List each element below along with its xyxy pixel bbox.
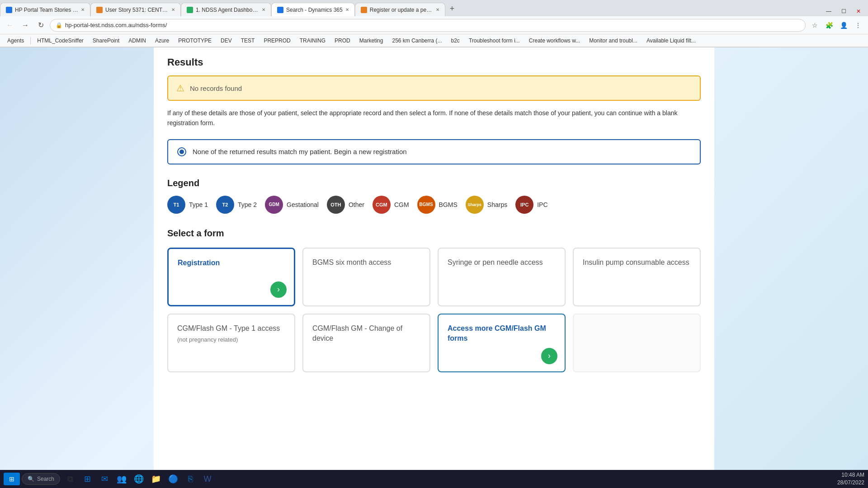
- tab-close-5[interactable]: ✕: [436, 7, 439, 12]
- form-cards-grid-bottom: CGM/Flash GM - Type 1 access (not pregna…: [167, 314, 701, 372]
- taskbar-app-word[interactable]: W: [199, 471, 216, 477]
- results-heading: Results: [167, 56, 701, 68]
- taskbar-app-teams[interactable]: 👥: [113, 471, 130, 477]
- address-bar[interactable]: 🔒 hp-portal-test.ndss.com.au/ndss-forms/: [50, 19, 806, 32]
- tab-close-2[interactable]: ✕: [171, 7, 175, 12]
- legend-items: T1 Type 1 T2 Type 2 GDM Gestational OTH: [167, 196, 701, 214]
- bookmark-create-workflows[interactable]: Create workflows w...: [525, 37, 584, 45]
- bookmark-liquid[interactable]: Available Liquid filt...: [643, 37, 699, 45]
- explorer-icon: 📁: [151, 474, 161, 477]
- tab-ndss-dashboard[interactable]: 1. NDSS Agent Dashboard - Dyn... ✕: [181, 3, 271, 16]
- form-card-bgms[interactable]: BGMS six month access: [302, 248, 430, 306]
- legend-label-ipc: IPC: [537, 201, 547, 208]
- form-card-cgm-change[interactable]: CGM/Flash GM - Change of device: [302, 314, 430, 372]
- bookmark-agents[interactable]: Agents: [4, 37, 28, 45]
- form-card-cgm-type1-subtitle: (not pregnancy related): [177, 336, 285, 343]
- bookmark-sharepoint[interactable]: SharePoint: [89, 37, 123, 45]
- legend-badge-t2: T2: [216, 196, 234, 214]
- bookmark-preprod[interactable]: PREPROD: [260, 37, 294, 45]
- form-cards-grid: Registration › BGMS six month access Syr…: [167, 248, 701, 306]
- tab-register-person[interactable]: Register or update a person wit... ✕: [355, 3, 445, 16]
- legend-item-bgms: BGMS BGMS: [417, 196, 458, 214]
- profile-button[interactable]: 👤: [837, 19, 850, 32]
- legend-label-bgms: BGMS: [439, 201, 458, 208]
- bookmark-training[interactable]: TRAINING: [296, 37, 329, 45]
- maximize-button[interactable]: ☐: [838, 6, 850, 16]
- browser-chrome: HP Portal Team Stories Board - B... ✕ Us…: [0, 0, 868, 47]
- taskbar-clock[interactable]: 10:48 AM 28/07/2022: [837, 471, 864, 477]
- legend-label-other: Other: [349, 201, 364, 208]
- form-card-cgm-type1[interactable]: CGM/Flash GM - Type 1 access (not pregna…: [167, 314, 295, 372]
- form-card-cgm-more[interactable]: Access more CGM/Flash GM forms ›: [438, 314, 566, 372]
- page-content: Results ⚠ No records found If any of the…: [154, 47, 714, 477]
- bookmark-test[interactable]: TEST: [237, 37, 259, 45]
- taskbar-app-edge[interactable]: 🌐: [131, 471, 147, 477]
- bookmarks-bar: Agents HTML_CodeSniffer SharePoint ADMIN…: [0, 34, 868, 47]
- bookmark-admin[interactable]: ADMIN: [125, 37, 150, 45]
- form-card-syringe[interactable]: Syringe or pen needle access: [438, 248, 566, 306]
- legend-badge-bgms: BGMS: [417, 196, 435, 214]
- bookmark-azure[interactable]: Azure: [151, 37, 173, 45]
- bookmark-b2c[interactable]: b2c: [448, 37, 463, 45]
- radio-option-new-registration[interactable]: None of the returned results match my pa…: [167, 139, 701, 164]
- taskbar-app-outlook[interactable]: ✉: [96, 471, 113, 477]
- legend-badge-gdm: GDM: [265, 196, 283, 214]
- bookmark-troubleshoot[interactable]: Troubleshoot form i...: [465, 37, 524, 45]
- taskbar-search[interactable]: 🔍 Search: [22, 473, 60, 477]
- bookmark-dev[interactable]: DEV: [217, 37, 236, 45]
- close-button[interactable]: ✕: [853, 6, 864, 16]
- bookmark-256km[interactable]: 256 km Canberra (...: [388, 37, 445, 45]
- lock-icon: 🔒: [56, 22, 62, 28]
- bookmark-prod[interactable]: PROD: [331, 37, 354, 45]
- minimize-button[interactable]: —: [822, 6, 835, 16]
- word-icon: W: [204, 474, 212, 477]
- select-form-heading: Select a form: [167, 228, 701, 239]
- tab-favicon-2: [96, 7, 103, 13]
- forward-button[interactable]: →: [19, 19, 32, 32]
- extensions-button[interactable]: 🧩: [823, 19, 835, 32]
- tab-label-5: Register or update a person wit...: [370, 7, 433, 13]
- legend-code-cgm: CGM: [376, 202, 387, 207]
- form-card-bgms-title: BGMS six month access: [312, 258, 420, 267]
- taskbar-app-windows[interactable]: ⊞: [79, 471, 95, 477]
- edge-icon: 🌐: [134, 474, 144, 477]
- legend-code-t1: T1: [174, 202, 179, 207]
- legend-badge-oth: OTH: [327, 196, 345, 214]
- legend-item-cgm: CGM CGM: [373, 196, 409, 214]
- taskbar-app-vscode[interactable]: ⎘: [182, 471, 198, 477]
- taskbar-app-explorer[interactable]: 📁: [148, 471, 164, 477]
- tab-close-3[interactable]: ✕: [262, 7, 265, 12]
- start-button[interactable]: ⊞: [4, 473, 20, 477]
- bookmark-prototype[interactable]: PROTOTYPE: [175, 37, 215, 45]
- legend-badge-cgm: CGM: [373, 196, 391, 214]
- taskbar-app-chrome[interactable]: 🔵: [165, 471, 181, 477]
- browser-toolbar: ← → ↻ 🔒 hp-portal-test.ndss.com.au/ndss-…: [0, 16, 868, 34]
- taskbar-apps: ⧉ ⊞ ✉ 👥 🌐 📁 🔵 ⎘ W: [62, 471, 216, 477]
- taskbar-app-task-view[interactable]: ⧉: [62, 471, 78, 477]
- form-card-empty: [573, 314, 701, 372]
- bookmark-html-codesniffer[interactable]: HTML_CodeSniffer: [33, 37, 87, 45]
- tab-close-1[interactable]: ✕: [81, 7, 85, 12]
- outlook-icon: ✉: [101, 474, 108, 477]
- legend-item-gestational: GDM Gestational: [265, 196, 319, 214]
- tab-stories-board[interactable]: HP Portal Team Stories Board - B... ✕: [0, 3, 90, 16]
- reload-button[interactable]: ↻: [34, 19, 47, 32]
- radio-button[interactable]: [177, 147, 186, 156]
- legend-label-type2: Type 2: [238, 201, 257, 208]
- window-controls: — ☐ ✕: [822, 6, 868, 16]
- bookmark-marketing[interactable]: Marketing: [356, 37, 387, 45]
- bookmark-monitor[interactable]: Monitor and troubl...: [585, 37, 641, 45]
- tab-user-story[interactable]: User Story 5371: CENTRAL: Auto... ✕: [90, 3, 181, 16]
- form-card-cgm-type1-title: CGM/Flash GM - Type 1 access: [177, 324, 285, 333]
- bookmark-star-button[interactable]: ☆: [808, 19, 821, 32]
- tab-close-4[interactable]: ✕: [345, 7, 349, 12]
- tab-search-dynamics[interactable]: Search - Dynamics 365 ✕: [271, 3, 355, 16]
- menu-button[interactable]: ⋮: [852, 19, 864, 32]
- back-button[interactable]: ←: [4, 19, 16, 32]
- legend-item-other: OTH Other: [327, 196, 364, 214]
- form-card-insulin[interactable]: Insulin pump consumable access: [573, 248, 701, 306]
- radio-option-label: None of the returned results match my pa…: [193, 148, 407, 155]
- form-card-registration[interactable]: Registration ›: [167, 248, 295, 306]
- new-tab-button[interactable]: +: [445, 1, 459, 16]
- form-card-insulin-title: Insulin pump consumable access: [583, 258, 691, 267]
